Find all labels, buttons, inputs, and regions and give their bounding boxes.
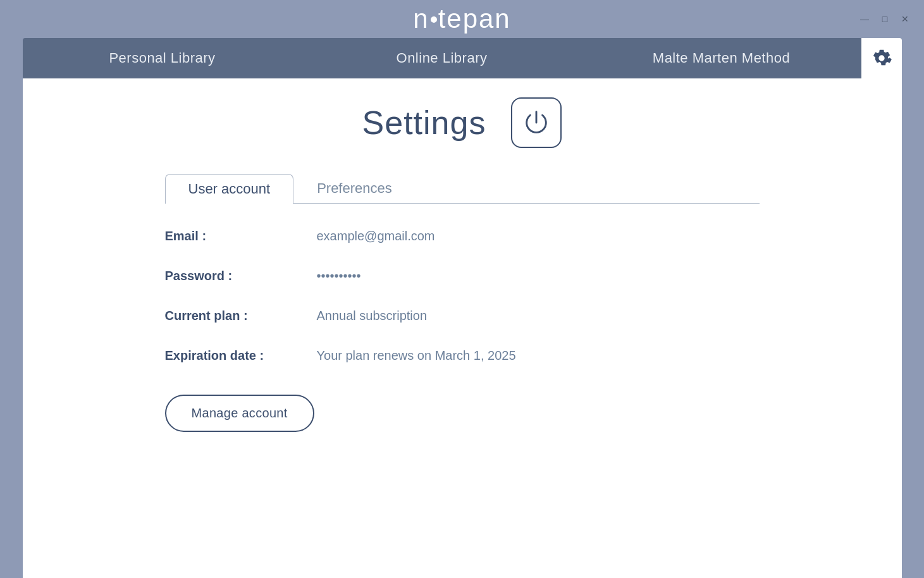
tab-user-account[interactable]: User account (165, 174, 294, 204)
expiration-date-row: Expiration date : Your plan renews on Ma… (165, 348, 760, 363)
user-account-form: Email : example@gmail.com Password : •••… (165, 229, 760, 432)
email-value: example@gmail.com (317, 229, 435, 243)
settings-title: Settings (362, 104, 486, 142)
settings-header: Settings (362, 97, 562, 148)
power-button[interactable] (511, 97, 562, 148)
navigation-bar: Personal Library Online Library Malte Ma… (23, 38, 902, 78)
password-row: Password : •••••••••• (165, 269, 760, 283)
password-label: Password : (165, 269, 317, 283)
password-value: •••••••••• (317, 269, 361, 283)
maximize-button[interactable]: □ (878, 13, 891, 25)
settings-gear-button[interactable] (861, 38, 902, 78)
expiration-date-label: Expiration date : (165, 348, 317, 363)
gear-icon (872, 48, 892, 68)
power-icon (522, 108, 551, 137)
tab-preferences[interactable]: Preferences (293, 173, 416, 203)
email-label: Email : (165, 229, 317, 243)
app-logo: ntepan (413, 4, 510, 34)
current-plan-label: Current plan : (165, 309, 317, 323)
current-plan-row: Current plan : Annual subscription (165, 309, 760, 323)
title-bar: ntepan — □ ✕ (0, 0, 924, 38)
tabs-container: User account Preferences (165, 173, 760, 204)
email-row: Email : example@gmail.com (165, 229, 760, 243)
main-content: Settings User account Preferences Email … (23, 78, 902, 578)
nav-online-library[interactable]: Online Library (302, 38, 582, 78)
current-plan-value: Annual subscription (317, 309, 428, 323)
close-button[interactable]: ✕ (899, 13, 911, 25)
window-controls: — □ ✕ (858, 13, 911, 25)
nav-malte-marten[interactable]: Malte Marten Method (582, 38, 861, 78)
expiration-date-value: Your plan renews on March 1, 2025 (317, 348, 516, 363)
manage-account-button[interactable]: Manage account (165, 395, 314, 432)
minimize-button[interactable]: — (858, 13, 871, 25)
nav-personal-library[interactable]: Personal Library (23, 38, 302, 78)
